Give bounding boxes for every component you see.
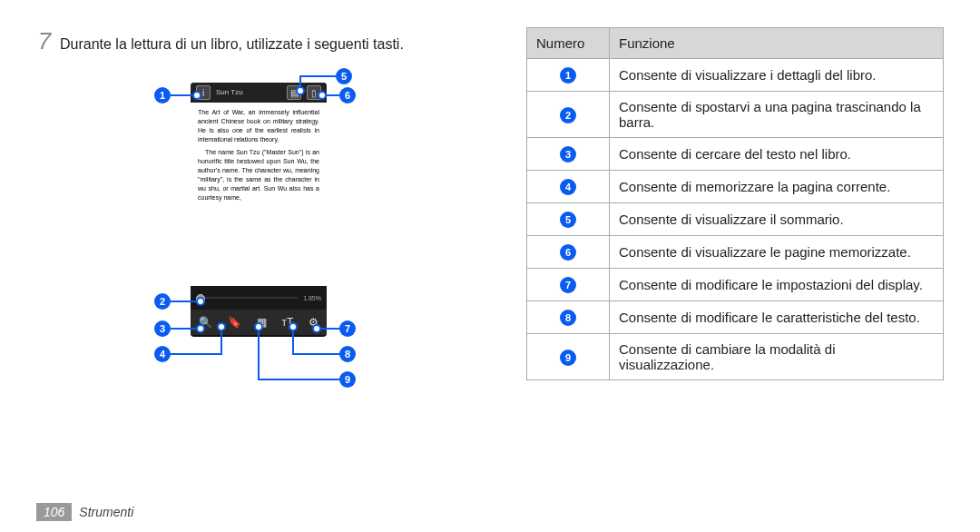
bookmark-icon: 🔖 xyxy=(228,316,241,329)
table-row: 8 Consente di modificare le caratteristi… xyxy=(527,301,944,334)
col-header-function: Funzione xyxy=(610,28,944,59)
row-badge: 3 xyxy=(560,146,576,163)
row-function: Consente di cambiare la modalità di visu… xyxy=(610,334,944,380)
table-row: 5 Consente di visualizzare il sommario. xyxy=(527,203,944,236)
step-text: Durante la lettura di un libro, utilizza… xyxy=(60,36,404,53)
line-callout-3 xyxy=(171,328,198,330)
line-v-callout-9 xyxy=(258,330,260,380)
phone-body-p1: The Art of War, an immensely influential… xyxy=(198,108,319,144)
dot-callout-8 xyxy=(289,322,298,331)
section-title: Strumenti xyxy=(79,505,133,519)
progress-percent: 1.85% xyxy=(303,295,321,301)
phone-body-p2: The name Sun Tzu ("Master Sun") is an ho… xyxy=(198,148,319,202)
table-row: 9 Consente di cambiare la modalità di vi… xyxy=(527,334,944,380)
phone-title: Sun Tzu xyxy=(216,89,281,96)
row-badge: 8 xyxy=(560,310,576,326)
row-badge: 5 xyxy=(560,212,576,228)
table-row: 2 Consente di spostarvi a una pagina tra… xyxy=(527,92,944,138)
table-row: 1 Consente di visualizzare i dettagli de… xyxy=(527,59,944,92)
row-function: Consente di visualizzare il sommario. xyxy=(610,203,944,236)
row-function: Consente di memorizzare la pagina corren… xyxy=(610,171,944,203)
row-function: Consente di visualizzare i dettagli del … xyxy=(610,59,944,92)
line-v-callout-4 xyxy=(220,328,222,355)
row-function: Consente di visualizzare le pagine memor… xyxy=(610,236,944,269)
callout-6: 6 xyxy=(339,87,356,103)
callout-1: 1 xyxy=(154,87,171,103)
phone-top-toolbar: i Sun Tzu ▤ ▯ xyxy=(191,83,327,103)
callout-8: 8 xyxy=(339,346,356,362)
table-row: 6 Consente di visualizzare le pagine mem… xyxy=(527,236,944,269)
callout-3: 3 xyxy=(154,320,171,337)
row-badge: 1 xyxy=(560,67,576,84)
step-number: 7 xyxy=(36,27,53,55)
callout-7: 7 xyxy=(339,320,356,337)
dot-callout-9 xyxy=(254,322,263,331)
page-footer: 106 Strumenti xyxy=(36,503,133,521)
progress-track xyxy=(196,297,298,299)
row-badge: 9 xyxy=(560,350,576,366)
line-v-callout-8 xyxy=(292,328,294,355)
dot-callout-5 xyxy=(296,86,305,95)
callout-9: 9 xyxy=(339,371,356,388)
col-header-number: Numero xyxy=(527,28,610,59)
dot-callout-4 xyxy=(217,322,226,331)
row-badge: 7 xyxy=(560,277,576,293)
row-badge: 2 xyxy=(560,107,576,123)
dot-callout-3 xyxy=(196,324,205,333)
callout-4: 4 xyxy=(154,346,171,362)
line-callout-6 xyxy=(325,94,341,96)
line-h-callout-9 xyxy=(258,379,341,380)
line-callout-1 xyxy=(171,94,194,96)
functions-table: Numero Funzione 1 Consente di visualizza… xyxy=(526,27,944,380)
step-line: 7 Durante la lettura di un libro, utiliz… xyxy=(36,27,472,55)
row-function: Consente di cercare del testo nel libro. xyxy=(610,138,944,171)
dot-callout-2 xyxy=(196,297,205,306)
row-badge: 4 xyxy=(560,179,576,195)
row-function: Consente di modificare le caratteristich… xyxy=(610,301,944,334)
phone-illustration: i Sun Tzu ▤ ▯ The Art of War, an immense… xyxy=(145,74,363,400)
dot-callout-1 xyxy=(192,91,201,100)
row-badge: 6 xyxy=(560,244,576,261)
line-h-callout-5 xyxy=(299,75,336,77)
table-row: 7 Consente di modificare le impostazioni… xyxy=(527,269,944,301)
phone-frame: i Sun Tzu ▤ ▯ The Art of War, an immense… xyxy=(191,83,327,337)
table-row: 3 Consente di cercare del testo nel libr… xyxy=(527,138,944,171)
line-h-callout-8 xyxy=(292,353,341,355)
row-function: Consente di spostarvi a una pagina trasc… xyxy=(610,92,944,138)
dot-callout-7 xyxy=(312,324,321,333)
phone-page-text: The Art of War, an immensely influential… xyxy=(191,103,327,286)
phone-progress-bar: 1.85% xyxy=(191,286,327,310)
callout-5: 5 xyxy=(336,68,352,84)
line-h-callout-4 xyxy=(171,353,221,355)
dot-callout-6 xyxy=(318,91,327,100)
callout-2: 2 xyxy=(154,293,171,310)
line-callout-2 xyxy=(171,300,198,302)
page-number: 106 xyxy=(36,503,72,521)
line-callout-7 xyxy=(319,328,341,330)
row-function: Consente di modificare le impostazioni d… xyxy=(610,269,944,301)
table-row: 4 Consente di memorizzare la pagina corr… xyxy=(527,171,944,203)
